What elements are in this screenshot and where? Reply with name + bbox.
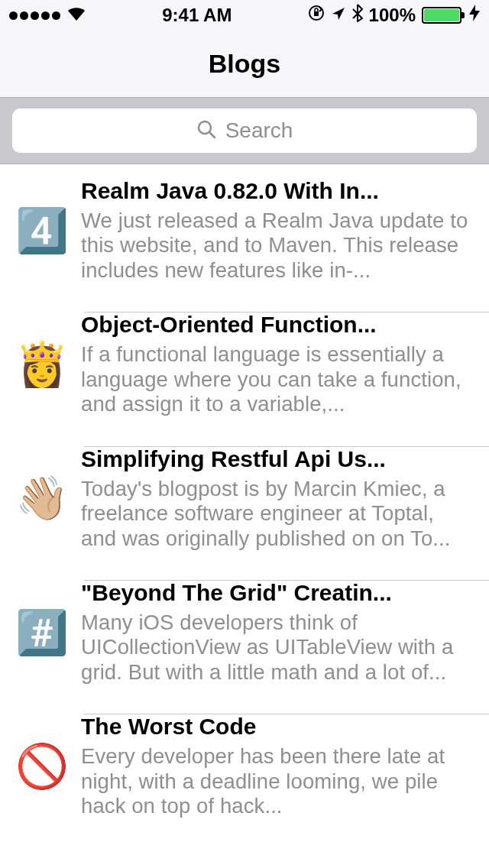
divider xyxy=(84,446,489,447)
bluetooth-icon xyxy=(352,4,363,27)
row-title: "Beyond The Grid" Creatin... xyxy=(81,580,474,606)
search-bar: Search xyxy=(0,98,489,164)
row-description: Today's blogpost is by Marcin Kmiec, a f… xyxy=(81,477,474,551)
row-title: Simplifying Restful Api Us... xyxy=(81,446,474,472)
list-item[interactable]: 👋🏼 Simplifying Restful Api Us... Today's… xyxy=(0,432,489,566)
row-title: Object-Oriented Function... xyxy=(81,312,474,338)
rotation-lock-icon xyxy=(308,5,325,26)
search-icon xyxy=(196,119,216,142)
status-left xyxy=(9,5,86,26)
row-description: If a functional language is essentially … xyxy=(81,342,474,416)
battery-icon xyxy=(422,7,461,24)
wifi-icon xyxy=(66,5,86,26)
status-bar: 9:41 AM 100% xyxy=(0,0,489,31)
list-item[interactable]: 🚫 The Worst Code Every developer has bee… xyxy=(0,700,489,834)
row-description: We just released a Realm Java update to … xyxy=(81,209,474,283)
divider xyxy=(84,580,489,581)
svg-line-3 xyxy=(209,132,215,138)
page-title: Blogs xyxy=(209,49,280,79)
row-icon: 👸 xyxy=(14,312,70,416)
battery-percent: 100% xyxy=(369,5,416,26)
search-input[interactable]: Search xyxy=(12,108,477,153)
nav-header: Blogs xyxy=(0,31,489,98)
status-time: 9:41 AM xyxy=(86,5,308,26)
row-text: Realm Java 0.82.0 With In... We just rel… xyxy=(81,178,474,283)
location-icon xyxy=(331,5,346,26)
svg-rect-1 xyxy=(314,11,319,16)
row-text: Simplifying Restful Api Us... Today's bl… xyxy=(81,446,474,551)
row-icon: 👋🏼 xyxy=(14,446,70,551)
row-title: The Worst Code xyxy=(81,714,474,740)
row-text: The Worst Code Every developer has been … xyxy=(81,714,474,818)
row-title: Realm Java 0.82.0 With In... xyxy=(81,178,474,204)
row-description: Every developer has been there late at n… xyxy=(81,744,474,818)
charging-icon xyxy=(469,5,480,26)
divider xyxy=(84,312,489,313)
divider xyxy=(84,714,489,714)
list-item[interactable]: 👸 Object-Oriented Function... If a funct… xyxy=(0,298,489,432)
signal-strength-icon xyxy=(9,11,60,20)
list-item[interactable]: 4️⃣ Realm Java 0.82.0 With In... We just… xyxy=(0,164,489,298)
row-description: Many iOS developers think of UICollectio… xyxy=(81,611,474,685)
list-item[interactable]: #️⃣ "Beyond The Grid" Creatin... Many iO… xyxy=(0,566,489,700)
row-text: "Beyond The Grid" Creatin... Many iOS de… xyxy=(81,580,474,685)
row-icon: #️⃣ xyxy=(14,580,70,685)
status-right: 100% xyxy=(308,4,480,27)
row-icon: 4️⃣ xyxy=(14,178,70,283)
search-placeholder: Search xyxy=(225,118,293,143)
row-text: Object-Oriented Function... If a functio… xyxy=(81,312,474,416)
row-icon: 🚫 xyxy=(14,714,70,818)
blog-list: 4️⃣ Realm Java 0.82.0 With In... We just… xyxy=(0,164,489,834)
